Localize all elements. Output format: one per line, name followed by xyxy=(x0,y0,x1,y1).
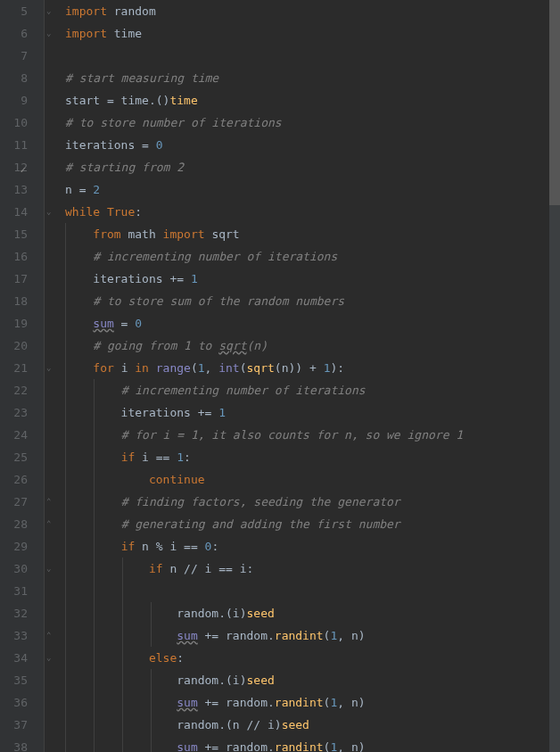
code-editor[interactable]: 56789101112✓1314151617181920212223242526… xyxy=(0,0,560,752)
indent-guide xyxy=(122,558,123,752)
line-number: 7 xyxy=(0,45,28,67)
line-number: 24 xyxy=(0,424,28,446)
code-line[interactable]: # to store number of iterations xyxy=(65,112,463,134)
fold-expand-icon[interactable]: ⌄ xyxy=(46,208,54,216)
code-line[interactable] xyxy=(65,45,463,67)
indent-guide xyxy=(151,669,152,752)
line-number: 31 xyxy=(0,580,28,602)
line-number: 21 xyxy=(0,357,28,379)
fold-collapse-icon[interactable]: ⌃ xyxy=(46,520,54,528)
line-number: 20 xyxy=(0,335,28,357)
indent-guide xyxy=(151,602,152,647)
fold-expand-icon[interactable]: ⌄ xyxy=(46,654,54,662)
code-line[interactable]: if n % i == 0: xyxy=(65,535,463,558)
code-line[interactable]: sum += random.randint(1, n) xyxy=(65,624,463,647)
code-line[interactable]: if n // i == i: xyxy=(65,558,463,580)
line-number: 29 xyxy=(0,535,28,558)
code-line[interactable]: from math import sqrt xyxy=(65,223,463,245)
line-number: 12✓ xyxy=(0,156,28,178)
fold-expand-icon[interactable]: ⌄ xyxy=(46,565,54,573)
line-number: 13 xyxy=(0,178,28,201)
code-line[interactable]: import time xyxy=(65,22,463,45)
code-line[interactable]: sum += random.randint(1, n) xyxy=(65,691,463,714)
code-line[interactable]: start = time.()time xyxy=(65,89,463,112)
line-number: 34 xyxy=(0,647,28,669)
code-line[interactable]: n = 2 xyxy=(65,178,463,201)
indent-guide xyxy=(65,223,66,752)
code-line[interactable]: sum = 0 xyxy=(65,312,463,335)
code-line[interactable]: # to store sum of the random numbers xyxy=(65,290,463,312)
line-number: 30 xyxy=(0,558,28,580)
code-line[interactable]: iterations += 1 xyxy=(65,268,463,290)
line-number: 32 xyxy=(0,602,28,624)
line-number: 19 xyxy=(0,312,28,335)
fold-expand-icon[interactable]: ⌄ xyxy=(46,364,54,372)
line-number: 26 xyxy=(0,468,28,491)
fold-column[interactable]: ⌄⌄⌄⌄⌃⌃⌄⌃⌄ xyxy=(45,0,58,752)
indent-guide xyxy=(94,379,95,752)
code-area[interactable]: import randomimport time# start measurin… xyxy=(58,0,463,752)
line-number: 25 xyxy=(0,446,28,468)
fold-expand-icon[interactable]: ⌄ xyxy=(46,29,54,37)
line-number: 16 xyxy=(0,245,28,268)
code-line[interactable]: continue xyxy=(65,468,463,491)
line-number: 33 xyxy=(0,624,28,647)
code-line[interactable]: # starting from 2 xyxy=(65,156,463,178)
line-number: 35 xyxy=(0,669,28,691)
vertical-scrollbar[interactable] xyxy=(549,0,560,752)
line-number: 36 xyxy=(0,691,28,714)
code-line[interactable]: random.(i)seed xyxy=(65,602,463,624)
line-number: 37 xyxy=(0,714,28,736)
line-number: 11 xyxy=(0,134,28,156)
code-line[interactable]: else: xyxy=(65,647,463,669)
line-number: 18 xyxy=(0,290,28,312)
line-number: 28 xyxy=(0,513,28,535)
line-number: 9 xyxy=(0,89,28,112)
code-line[interactable]: if i == 1: xyxy=(65,446,463,468)
code-line[interactable]: random.(n // i)seed xyxy=(65,714,463,736)
line-number: 6 xyxy=(0,22,28,45)
code-line[interactable]: # start measuring time xyxy=(65,67,463,89)
code-line[interactable]: for i in range(1, int(sqrt(n)) + 1): xyxy=(65,357,463,379)
code-line[interactable]: # finding factors, seeding the generator xyxy=(65,491,463,513)
code-line[interactable]: # incrementing number of iterations xyxy=(65,245,463,268)
line-number: 14 xyxy=(0,201,28,223)
code-line[interactable]: iterations += 1 xyxy=(65,401,463,424)
line-number: 15 xyxy=(0,223,28,245)
code-line[interactable]: iterations = 0 xyxy=(65,134,463,156)
code-line[interactable]: # going from 1 to sqrt(n) xyxy=(65,335,463,357)
code-line[interactable]: import random xyxy=(65,0,463,22)
line-number: 5 xyxy=(0,0,28,22)
code-line[interactable]: # generating and adding the first number xyxy=(65,513,463,535)
line-number: 8 xyxy=(0,67,28,89)
scrollbar-thumb[interactable] xyxy=(549,0,560,205)
fold-collapse-icon[interactable]: ⌃ xyxy=(46,632,54,640)
line-number: 17 xyxy=(0,268,28,290)
line-number: 22 xyxy=(0,379,28,401)
code-line[interactable]: random.(i)seed xyxy=(65,669,463,691)
code-line[interactable]: # for i = 1, it also counts for n, so we… xyxy=(65,424,463,446)
line-number: 38 xyxy=(0,736,28,752)
line-number: 27 xyxy=(0,491,28,513)
line-number: 23 xyxy=(0,401,28,424)
line-number: 10 xyxy=(0,112,28,134)
fold-collapse-icon[interactable]: ⌃ xyxy=(46,498,54,506)
code-line[interactable]: sum += random.randint(1, n) xyxy=(65,736,463,752)
code-line[interactable]: while True: xyxy=(65,201,463,223)
code-line[interactable]: # incrementing number of iterations xyxy=(65,379,463,401)
code-line[interactable] xyxy=(65,580,463,602)
fold-expand-icon[interactable]: ⌄ xyxy=(46,7,54,15)
line-number-gutter: 56789101112✓1314151617181920212223242526… xyxy=(0,0,45,752)
